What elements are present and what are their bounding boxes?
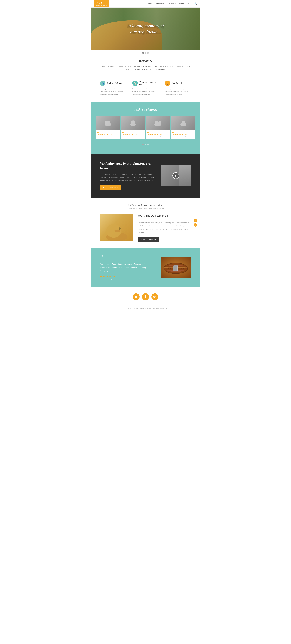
google-plus-icon[interactable] [151,293,158,300]
gallery-dot-1[interactable] [142,144,144,146]
nav-sep-2: / [166,2,166,5]
feature-3-icon: 🏆 [165,80,170,86]
gallery-flame-2: 🔥 [122,132,124,134]
search-icon[interactable]: 🔍 [194,2,197,5]
logo-name: Jackie [96,1,105,5]
nav-gallery[interactable]: Gallery [167,2,174,5]
gallery-item-4[interactable]: 🔥 HENDRERIT MAURIS Aenean nonummy hendre… [171,116,195,139]
svg-rect-21 [176,266,176,271]
video-text-block: Vestibulum ante imis in faucibus orci lu… [100,161,155,190]
memories-headline: Nothing can take away our memories... [100,204,191,206]
svg-point-7 [159,121,161,124]
memories-hr [138,219,191,219]
testimonial-author: MIKE & BETTY [100,276,153,278]
testimonial-sub: Cum sociis natoque penatibus et magnis d… [100,278,153,280]
gallery-sub-2: Aenean nonummy hendrerit [122,136,138,138]
gallery-grid: 🔥 HENDRERIT MAURIS Aenean nonummy hendre… [95,116,196,139]
memories-section: Nothing can take away our memories... Lo… [91,198,200,248]
gallery-title-1: HENDRERIT MAURIS [97,134,118,135]
gallery-heading: Jackie's pictures [95,108,196,112]
svg-point-6 [155,120,159,124]
welcome-heading: Welcome! [100,59,191,63]
gallery-item-3[interactable]: 🔥 HENDRERIT MAURIS Aenean nonummy hendre… [146,116,170,139]
logo[interactable]: Jackie a loving memory of [94,0,109,8]
feature-1: 🐾 Children's friend Lorem ipsum dolor si… [97,80,129,96]
svg-point-4 [131,120,135,124]
gallery-dot-2[interactable] [145,144,146,146]
feature-2: 🦴 What she loved to eat Lorem ipsum dolo… [129,80,162,96]
footer-copyright: JACKIE, IN LOVING MEMORY © 2014 Privacy … [91,308,200,309]
gallery-sub-1: Aenean nonummy hendrerit [97,136,113,138]
gallery-title-4: HENDRERIT MAURIS [173,134,194,135]
video-body: Lorem ipsum dolor sit amet, ctetur adipi… [100,173,155,182]
nav-sep-4: / [186,2,186,5]
welcome-body: I made this website to honor her preciou… [100,64,191,71]
scroll-buttons: ▲ ▼ [194,219,197,226]
gallery-thumb-1 [96,116,120,130]
slider-dot-2[interactable] [145,52,146,54]
site-header: Jackie a loving memory of Home / Memorie… [91,0,200,8]
feature-3-body: Lorem ipsum dolor sit amet, consectetur … [165,88,191,96]
gallery-dots [95,142,196,148]
see-more-videos-button[interactable]: See more videos » [100,185,121,190]
scroll-up-button[interactable]: ▲ [194,219,197,222]
gallery-dot-3[interactable] [147,144,149,146]
features-section: 🐾 Children's friend Lorem ipsum dolor si… [91,80,200,102]
feature-1-header: 🐾 Children's friend [100,80,126,86]
facebook-icon[interactable] [142,293,149,300]
gallery-caption-4: 🔥 HENDRERIT MAURIS Aenean nonummy hendre… [171,130,195,139]
slider-dot-1[interactable] [142,52,144,54]
feature-3: 🏆 Her Awards Lorem ipsum dolor sit amet,… [162,80,194,96]
gallery-sub-4: Aenean nonummy hendrerit [173,136,188,138]
nav-sep-3: / [175,2,176,5]
feature-1-body: Lorem ipsum dolor sit amet, consectetur … [100,88,126,96]
gallery-item-1[interactable]: 🔥 HENDRERIT MAURIS Aenean nonummy hendre… [96,116,120,139]
svg-point-13 [118,227,121,230]
nav-memories[interactable]: Memories [155,2,165,5]
social-icons [91,293,200,300]
video-thumbnail[interactable]: ▶ [161,165,191,186]
gallery-item-2[interactable]: 🔥 HENDRERIT MAURIS Aenean nonummy hendre… [121,116,145,139]
video-section: Vestibulum ante imis in faucibus orci lu… [91,154,200,198]
nav-blog[interactable]: Blog [187,2,192,5]
scroll-down-button[interactable]: ▼ [194,223,197,226]
gallery-section: Jackie's pictures 🔥 HENDRERIT MAURIS Aen… [91,102,200,154]
memories-body: Lorem ipsum dolor sit amet, ctetur adipi… [138,221,191,234]
collar-image [161,257,191,278]
hero-line2: our dog Jackie... [127,29,164,35]
memories-text-block: OUR BELOVED PET Lorem ipsum dolor sit am… [138,214,191,242]
svg-point-2 [108,121,110,123]
slider-dot-3[interactable] [147,52,149,54]
gallery-title-3: HENDRERIT MAURIS [147,134,169,135]
nav-sep-1: / [154,2,155,5]
svg-point-14 [114,230,120,232]
hero-text: In loving memory of our dog Jackie... [127,23,164,35]
memories-content: OUR BELOVED PET Lorem ipsum dolor sit am… [100,214,191,242]
feature-1-icon: 🐾 [100,80,105,86]
gallery-caption-3: 🔥 HENDRERIT MAURIS Aenean nonummy hendre… [146,130,170,139]
gallery-sub-3: Aenean nonummy hendrerit [147,136,163,138]
svg-point-24 [181,268,182,269]
nav-home[interactable]: Home [147,2,153,5]
feature-2-icon: 🦴 [132,80,138,86]
svg-point-9 [182,121,185,124]
gallery-title-2: HENDRERIT MAURIS [122,134,144,135]
feature-2-title: What she loved to eat [139,81,159,86]
testimonial-text: " Lorem ipsum dolor sit amet, consecer a… [100,256,153,280]
section-divider [107,76,184,76]
footer-divider [107,305,184,305]
gallery-thumb-4 [171,116,195,130]
hero-section: In loving memory of our dog Jackie... [91,8,200,50]
feature-2-header: 🦴 What she loved to eat [132,80,159,86]
svg-point-1 [105,121,108,124]
gallery-flame-1: 🔥 [97,132,99,134]
read-memories-button[interactable]: Read memories » [138,236,159,242]
svg-point-22 [168,268,169,269]
gallery-thumb-2 [121,116,145,130]
nav-contacts[interactable]: Contacts [176,2,185,5]
logo-subtitle: a loving memory of [96,5,107,6]
hero-line1: In loving memory of [127,23,164,29]
slider-dots [91,50,200,56]
twitter-icon[interactable] [133,293,140,300]
welcome-section: Welcome! I made this website to honor he… [91,56,200,76]
